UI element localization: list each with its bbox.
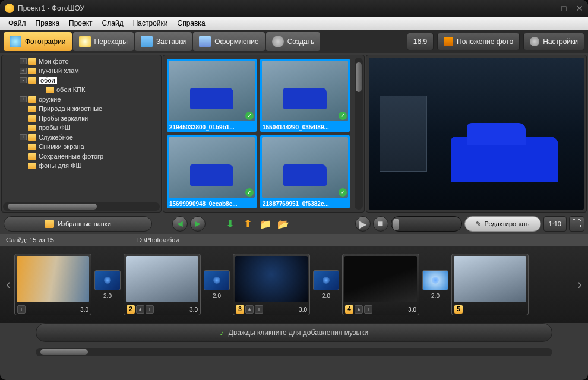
export-folder-button[interactable]: 📂	[276, 216, 291, 232]
settings-button[interactable]: Настройки	[523, 33, 584, 50]
timeline-transition[interactable]: 2.0	[310, 263, 342, 306]
add-music-bar[interactable]: ♪ Дважды кликните для добавления музыки	[36, 323, 552, 342]
tab-create[interactable]: Создать	[266, 32, 321, 51]
folder-icon	[28, 144, 36, 150]
folder-icon	[28, 96, 36, 103]
close-button[interactable]: ✕	[576, 4, 583, 13]
thumbnail-item[interactable]: ✓21945033800_01b9b1...	[167, 59, 257, 132]
import-folder-button[interactable]: 📁	[258, 216, 273, 232]
reel-icon	[272, 36, 284, 48]
timeline-slide[interactable]: 3★T3.0	[233, 254, 310, 315]
play-button[interactable]: ▶	[355, 216, 371, 232]
folder-icon	[28, 106, 36, 112]
slide-prop-icon[interactable]: T	[364, 305, 372, 314]
thumbnail-label: 15504144290_0354f89...	[260, 123, 350, 132]
menu-edit[interactable]: Правка	[31, 19, 65, 27]
timeline-transition[interactable]: 2.0	[91, 263, 124, 306]
transition-icon	[422, 270, 448, 290]
folder-item[interactable]: обои КПК	[2, 85, 161, 94]
tab-design[interactable]: Оформление	[193, 32, 264, 51]
menu-settings[interactable]: Настройки	[128, 19, 173, 27]
seek-handle[interactable]	[393, 218, 399, 230]
slide-image	[17, 256, 89, 302]
slide-prop-icon[interactable]: ★	[245, 305, 254, 314]
nav-forward-button[interactable]: ►	[190, 216, 206, 232]
menu-file[interactable]: Файл	[4, 19, 31, 27]
folder-item[interactable]: Снимки экрана	[2, 142, 161, 151]
transition-duration: 2.0	[103, 293, 112, 299]
slide-prop-icon[interactable]: T	[255, 305, 263, 314]
thumbs-vscrollbar[interactable]	[355, 58, 363, 210]
slide-image	[235, 256, 308, 302]
timeline-transition[interactable]: 2.0	[419, 263, 451, 306]
upload-button[interactable]: ⬆	[240, 216, 255, 232]
folder-item[interactable]: -обои	[2, 75, 161, 85]
current-path: D:\Photo\обои	[137, 236, 179, 243]
timeline-slide[interactable]: T3.0	[14, 254, 91, 315]
folder-item[interactable]: фоны для ФШ	[2, 161, 161, 170]
tab-titles[interactable]: Заставки	[135, 32, 192, 51]
folder-item[interactable]: +Служебное	[2, 132, 161, 142]
slide-prop-icon[interactable]: T	[17, 305, 26, 314]
minimize-button[interactable]: —	[543, 4, 552, 13]
photo-position-button[interactable]: Положение фото	[437, 33, 520, 50]
thumbnail-image: ✓	[262, 137, 348, 198]
folder-icon	[28, 115, 36, 122]
thumbnail-item[interactable]: ✓21887769951_0f6382c...	[260, 135, 350, 208]
slide-prop-icon[interactable]: ★	[355, 305, 363, 314]
slide-prop-icon[interactable]: ★	[136, 305, 144, 314]
folder-down-icon: 📁	[260, 218, 271, 230]
seek-bar[interactable]	[391, 216, 462, 232]
expand-icon[interactable]: +	[20, 96, 27, 102]
menu-project[interactable]: Проект	[64, 19, 97, 27]
expand-icon[interactable]: +	[20, 68, 27, 74]
menu-slide[interactable]: Слайд	[97, 19, 128, 27]
folder-item[interactable]: Сохраненные фотогр	[2, 151, 161, 161]
tree-hscrollbar[interactable]	[3, 202, 160, 211]
folder-item[interactable]: Пробы зеркалки	[2, 113, 161, 123]
tab-transitions[interactable]: Переходы	[73, 32, 134, 51]
tab-photos[interactable]: Фотографии	[4, 32, 72, 51]
expand-icon[interactable]: +	[20, 134, 27, 140]
thumbnail-item[interactable]: ✓15699990948_0ccab8c...	[167, 135, 257, 208]
download-button[interactable]: ⬇	[222, 216, 238, 232]
expand-icon[interactable]: -	[20, 77, 27, 83]
nav-back-button[interactable]: ◄	[172, 216, 188, 232]
maximize-button[interactable]: □	[561, 4, 566, 13]
folder-tree[interactable]: +Мои фото+нужный хлам-обоиобои КПК+оружи…	[2, 55, 161, 201]
slide-duration: 3.0	[189, 306, 198, 313]
folder-item[interactable]: +Мои фото	[2, 56, 161, 66]
folder-up-icon: 📂	[277, 218, 289, 230]
window-title: Проект1 - ФотоШОУ	[18, 4, 536, 12]
folder-item[interactable]: пробы ФШ	[2, 123, 161, 132]
timeline-transition[interactable]: 2.0	[201, 263, 233, 306]
timeline-hscrollbar[interactable]	[36, 348, 552, 356]
slide-number: 3	[236, 305, 244, 314]
stop-button[interactable]: ■	[373, 216, 388, 232]
slide-number: 2	[127, 305, 135, 314]
folder-icon	[28, 163, 36, 169]
folder-item[interactable]: Природа и животные	[2, 104, 161, 113]
favorite-folders-button[interactable]: Избранные папки	[4, 216, 152, 232]
preview-image[interactable]	[369, 58, 584, 210]
aspect-ratio-button[interactable]: 16:9	[407, 33, 434, 50]
slide-prop-icon[interactable]: T	[146, 305, 154, 314]
timeline-next-button[interactable]: ›	[574, 276, 586, 293]
folder-label: Служебное	[39, 134, 73, 141]
timeline-slide[interactable]: 5	[451, 254, 529, 315]
gear-icon	[530, 37, 539, 46]
folder-item[interactable]: +оружие	[2, 94, 161, 104]
thumbnail-item[interactable]: ✓15504144290_0354f89...	[260, 59, 350, 132]
timeline-slide[interactable]: 4★T3.0	[342, 254, 419, 315]
edit-button[interactable]: ✎Редактировать	[464, 216, 541, 232]
menu-help[interactable]: Справка	[172, 19, 210, 27]
timeline-prev-button[interactable]: ‹	[2, 276, 14, 293]
music-note-icon: ♪	[220, 328, 224, 337]
expand-icon[interactable]: +	[20, 58, 27, 64]
timeline-slide[interactable]: 2★T3.0	[124, 254, 201, 315]
thumbnail-label: 21887769951_0f6382c...	[260, 200, 350, 208]
transition-duration: 2.0	[213, 293, 221, 299]
folder-item[interactable]: +нужный хлам	[2, 66, 161, 75]
fullscreen-button[interactable]: ⛶	[569, 216, 584, 232]
thumbnail-label: 21945033800_01b9b1...	[167, 123, 257, 132]
